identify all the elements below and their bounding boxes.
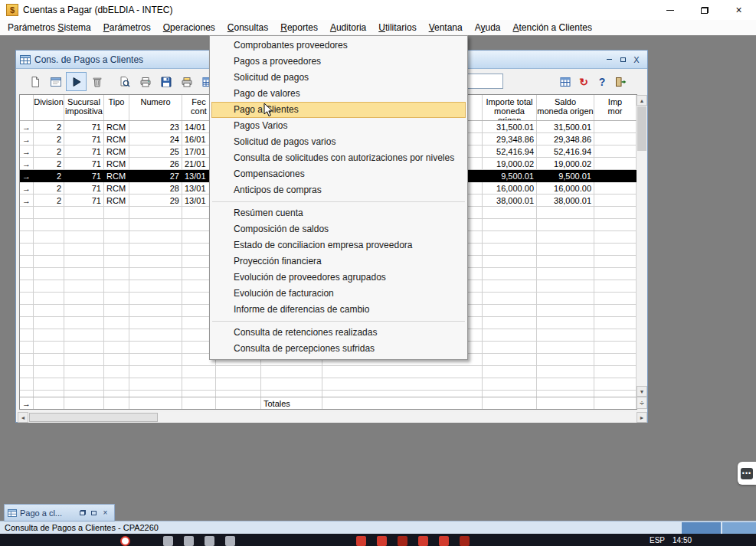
menu-ayuda[interactable]: Ayuda [469, 20, 507, 35]
chat-overlay-button[interactable]: ••• [738, 462, 756, 485]
table-icon [20, 55, 31, 64]
menu-utilitarios[interactable]: Utilitarios [372, 20, 422, 35]
taskbar-app-icon[interactable] [356, 536, 366, 546]
header-tipo: Tipo [104, 95, 129, 120]
menu-item-evolucion-facturacion[interactable]: Evolución de facturacion [210, 286, 467, 302]
menu-item-pago-a-clientes[interactable]: Pago a Clientes [211, 102, 466, 118]
taskbar-app-icon[interactable] [439, 536, 449, 546]
taskbar-app-icon[interactable] [398, 536, 407, 546]
taskbar-app-icon[interactable] [184, 536, 194, 546]
print-button[interactable] [135, 72, 155, 91]
cell-sucursal: 71 [64, 170, 104, 182]
menu-item-resumen-cuenta[interactable]: Resúmen cuenta [210, 205, 467, 221]
run-button[interactable] [66, 72, 87, 91]
menu-ventana[interactable]: Ventana [423, 20, 469, 35]
menu-item-pagos-a-proveedores[interactable]: Pagos a proveedores [210, 54, 467, 70]
new-record-button[interactable] [25, 72, 45, 91]
taskbar-app-icon[interactable] [205, 536, 214, 546]
taskbar-clock[interactable]: 14:50 [673, 536, 692, 544]
open-record-button[interactable] [45, 72, 66, 91]
taskbar-app-icon[interactable] [460, 536, 470, 546]
restore-button[interactable] [687, 0, 722, 20]
exit-icon [614, 76, 627, 88]
horizontal-scrollbar[interactable]: ◄ ► [18, 412, 647, 423]
menu-item-consulta-retenciones[interactable]: Consulta de retenciones realizadas [210, 325, 467, 341]
cell-numero: 27 [129, 170, 182, 182]
menu-item-consulta-percepciones[interactable]: Consulta de percepciones sufridas [210, 341, 467, 357]
cell-saldo: 29,348.86 [537, 133, 594, 145]
taskbar-language-indicator[interactable]: ESP [650, 536, 665, 544]
vertical-scrollbar[interactable]: ▲ ▼ [637, 95, 647, 397]
menu-item-pago-de-valores[interactable]: Pago de valores [210, 86, 467, 102]
menu-item-solicitud-de-pagos[interactable]: Solicitud de pagos [210, 70, 467, 86]
menu-parametros-sistema[interactable]: Parámetros Sistema [2, 20, 97, 35]
menu-item-compensaciones[interactable]: Compensaciones [210, 166, 467, 182]
table-view-button[interactable] [557, 73, 574, 90]
table-row-empty[interactable] [20, 378, 637, 391]
cell-numero: 28 [129, 182, 182, 195]
cell-importe: 38,000.01 [483, 195, 537, 207]
menu-auditoria[interactable]: Auditoria [324, 20, 372, 35]
horizontal-scroll-thumb[interactable] [29, 413, 158, 422]
cell-division: 2 [34, 145, 64, 158]
taskbar-app-icon[interactable] [377, 536, 387, 546]
menu-separator [212, 201, 465, 202]
print-setup-button[interactable] [176, 72, 197, 91]
minimized-window-pago[interactable]: Pago a cl... × [4, 504, 115, 521]
cell-division: 2 [34, 170, 64, 182]
menu-item-comprobantes-proveedores[interactable]: Comprobantes proveedores [210, 38, 467, 54]
taskbar-app-icon[interactable] [418, 536, 428, 546]
menu-consultas[interactable]: Consultas [221, 20, 274, 35]
menu-item-pagos-varios[interactable]: Pagos Varios [210, 118, 467, 134]
cell-saldo: 16,000.00 [537, 182, 594, 195]
menu-item-proyeccion-financiera[interactable]: Proyección financiera [210, 253, 467, 270]
child-maximize-button[interactable] [616, 54, 630, 66]
printer-icon [139, 76, 152, 88]
app-window: $ Cuentas a Pagar (dbELDIA - INTEC) × Pa… [0, 0, 756, 546]
cell-numero: 25 [129, 145, 182, 158]
taskbar-app-icon[interactable] [163, 536, 173, 546]
min-maximize-button[interactable] [88, 508, 100, 518]
child-minimize-button[interactable] [602, 54, 616, 66]
table-row-empty[interactable] [20, 366, 637, 378]
grid-divider-control[interactable]: ÷ [637, 397, 647, 409]
cell-tipo: RCM [104, 195, 129, 207]
taskbar-app-icon[interactable] [225, 536, 235, 546]
minimize-button[interactable] [653, 0, 687, 20]
menu-atencion-clientes[interactable]: Atención a Clientes [507, 20, 598, 35]
header-saldo: Saldo moneda origen [537, 95, 594, 120]
table-row-empty[interactable] [20, 391, 637, 397]
help-button[interactable]: ? [594, 73, 610, 90]
scroll-left-icon[interactable]: ◄ [18, 412, 28, 423]
menu-item-composicion-de-saldos[interactable]: Composición de saldos [210, 221, 467, 237]
scroll-down-icon[interactable]: ▼ [637, 386, 647, 397]
refresh-button[interactable]: ↻ [575, 73, 592, 90]
play-icon [70, 76, 83, 88]
menu-reportes[interactable]: Reportes [274, 20, 324, 35]
min-close-button[interactable]: × [100, 508, 111, 518]
menu-item-solicitud-pagos-varios[interactable]: Solicitud de pagos varios [210, 134, 467, 150]
menu-item-evolucion-proveedores[interactable]: Evolución de proveedores agrupados [210, 270, 467, 286]
scroll-right-icon[interactable]: ► [637, 412, 647, 423]
row-indicator-icon: → [20, 133, 34, 145]
cell-saldo: 31,500.01 [537, 121, 594, 133]
delete-button[interactable] [87, 72, 107, 91]
cell-saldo: 19,000.02 [537, 158, 594, 170]
min-restore-button[interactable] [77, 508, 88, 518]
close-button[interactable]: × [722, 0, 756, 20]
chat-bubble-icon: ••• [741, 468, 753, 479]
cell-importe: 29,348.86 [483, 133, 537, 145]
child-close-button[interactable]: X [630, 54, 643, 66]
save-button[interactable] [155, 72, 176, 91]
menu-operaciones[interactable]: Operaciones [157, 20, 221, 35]
menu-item-consulta-solicitudes-autorizaciones[interactable]: Consulta de solicitudes con autorizacion… [210, 150, 467, 166]
menu-item-anticipos-de-compras[interactable]: Anticipos de compras [210, 182, 467, 198]
menu-parametros[interactable]: Parámetros [97, 20, 157, 35]
vertical-scroll-thumb[interactable] [637, 106, 646, 151]
menu-item-estado-conciliacion[interactable]: Estado de conciliacion empresa proveedor… [210, 237, 467, 253]
menu-item-informe-diferencias-cambio[interactable]: Informe de diferencias de cambio [210, 302, 467, 318]
taskbar-app-icon[interactable] [120, 536, 130, 546]
preview-button[interactable] [114, 72, 135, 91]
exit-button[interactable] [612, 73, 629, 90]
scroll-up-icon[interactable]: ▲ [637, 95, 647, 106]
